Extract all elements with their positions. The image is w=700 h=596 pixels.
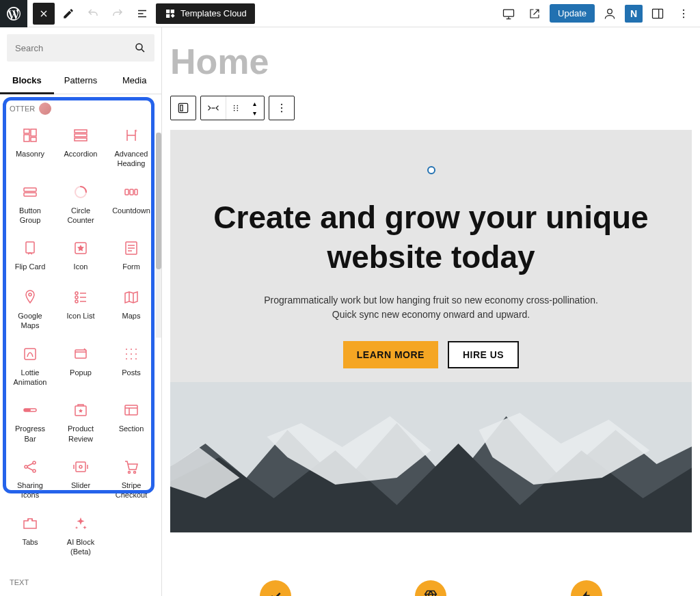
hero-spacer[interactable] <box>170 130 692 171</box>
svg-rect-29 <box>75 350 86 358</box>
more-options-icon[interactable] <box>673 3 695 25</box>
feature-bolt-icon[interactable] <box>571 580 602 596</box>
svg-point-49 <box>134 471 136 473</box>
block-type-icon[interactable] <box>171 96 196 120</box>
block-posts[interactable]: Posts <box>107 338 156 393</box>
svg-point-27 <box>75 300 78 303</box>
block-more-icon[interactable] <box>269 96 294 120</box>
move-up-down[interactable]: ▴ ▾ <box>245 98 264 118</box>
block-product-review[interactable]: Product Review <box>56 394 105 449</box>
settings-sidebar-icon[interactable] <box>647 3 669 25</box>
edit-tool-icon[interactable] <box>57 3 79 25</box>
circle-counter-icon <box>72 184 89 200</box>
update-button[interactable]: Update <box>550 4 595 23</box>
sharing-icons-label: Sharing Icons <box>8 480 52 500</box>
chevron-up-icon[interactable]: ▴ <box>245 98 264 108</box>
slider-label: Slider <box>71 480 90 490</box>
block-heading[interactable]: Heading <box>56 591 105 596</box>
ai-block-label: AI Block (Beta) <box>59 537 103 557</box>
block-circle-counter[interactable]: Circle Counter <box>56 176 105 231</box>
redo-icon[interactable] <box>107 3 129 25</box>
product-review-label: Product Review <box>59 424 103 444</box>
otter-blocks-grid: MasonryAccordion+Advanced HeadingButton … <box>0 119 161 570</box>
svg-rect-15 <box>24 188 36 191</box>
svg-point-26 <box>75 296 78 299</box>
neve-badge[interactable]: N <box>625 5 643 23</box>
resize-handle[interactable] <box>427 166 435 174</box>
block-button-group[interactable]: Button Group <box>5 176 55 231</box>
svg-rect-40 <box>24 409 31 411</box>
hero-subtext[interactable]: Programmatically work but low hanging fr… <box>254 293 609 322</box>
block-masonry[interactable]: Masonry <box>5 119 55 174</box>
google-maps-label: Google Maps <box>8 311 52 331</box>
scrollbar[interactable] <box>156 133 161 338</box>
tabs-label: Tabs <box>22 537 38 547</box>
block-form[interactable]: Form <box>107 232 156 280</box>
block-slider[interactable]: Slider <box>56 450 105 506</box>
svg-point-34 <box>131 353 132 355</box>
sharing-icons-icon <box>22 459 38 475</box>
hero-mountains-image <box>170 382 692 532</box>
features-row <box>170 532 692 596</box>
block-search[interactable] <box>7 34 154 62</box>
external-link-icon[interactable] <box>524 3 546 25</box>
main-layout: Blocks Patterns Media Otter MasonryAccor… <box>0 27 700 596</box>
learn-more-button[interactable]: LEARN MORE <box>343 341 438 368</box>
feature-check-icon[interactable] <box>260 580 291 596</box>
tab-patterns[interactable]: Patterns <box>54 68 108 94</box>
svg-rect-46 <box>76 462 85 472</box>
svg-point-33 <box>126 353 127 355</box>
fullwidth-icon[interactable] <box>201 96 226 120</box>
block-ai-block[interactable]: AI Block (Beta) <box>56 507 105 563</box>
svg-point-36 <box>126 358 127 360</box>
block-toolbar: ▴ ▾ <box>170 96 692 120</box>
svg-rect-11 <box>75 130 87 133</box>
form-label: Form <box>122 262 140 271</box>
search-input[interactable] <box>15 43 134 53</box>
svg-rect-19 <box>130 189 133 195</box>
masonry-icon <box>22 127 38 144</box>
block-maps[interactable]: Maps <box>107 281 156 336</box>
tab-media[interactable]: Media <box>107 68 161 94</box>
block-flip-card[interactable]: Flip Card <box>5 232 55 280</box>
block-tabs[interactable]: Tabs <box>5 507 55 563</box>
editor-canvas[interactable]: Home ▴ ▾ <box>162 27 700 596</box>
templates-cloud-label: Templates Cloud <box>180 8 247 18</box>
templates-cloud-button[interactable]: Templates Cloud <box>156 3 255 24</box>
close-inserter-button[interactable] <box>33 3 55 25</box>
block-icon[interactable]: Icon <box>56 232 105 280</box>
chevron-down-icon[interactable]: ▾ <box>245 108 264 118</box>
posts-label: Posts <box>122 368 141 377</box>
hero-section[interactable]: Create and grow your unique website toda… <box>170 130 692 532</box>
tab-blocks[interactable]: Blocks <box>0 68 54 94</box>
block-google-maps[interactable]: Google Maps <box>5 281 55 336</box>
block-lottie-animation[interactable]: Lottie Animation <box>5 338 55 393</box>
popup-label: Popup <box>70 368 92 377</box>
popup-icon <box>72 346 89 362</box>
view-desktop-icon[interactable] <box>498 3 520 25</box>
block-sharing-icons[interactable]: Sharing Icons <box>5 450 55 506</box>
jetpack-icon[interactable] <box>599 3 621 25</box>
block-accordion[interactable]: Accordion <box>56 119 105 174</box>
block-progress-bar[interactable]: Progress Bar <box>5 394 55 449</box>
icon-list-icon <box>72 289 89 306</box>
block-list[interactable]: List <box>107 591 156 596</box>
feature-diamond-icon[interactable] <box>415 580 446 596</box>
hire-us-button[interactable]: HIRE US <box>448 341 519 368</box>
hero-heading[interactable]: Create and grow your unique website toda… <box>198 198 664 277</box>
block-popup[interactable]: Popup <box>56 338 105 393</box>
wordpress-logo[interactable] <box>0 0 27 27</box>
block-countdown[interactable]: Countdown <box>107 176 156 231</box>
undo-icon[interactable] <box>82 3 104 25</box>
block-stripe-checkout[interactable]: Stripe Checkout <box>107 450 156 506</box>
block-paragraph[interactable]: Paragraph <box>5 591 55 596</box>
progress-bar-label: Progress Bar <box>8 424 52 444</box>
block-list-scroll[interactable]: Otter MasonryAccordion+Advanced HeadingB… <box>0 94 161 596</box>
drag-handle-icon[interactable] <box>226 96 245 120</box>
block-advanced-heading[interactable]: +Advanced Heading <box>107 119 156 174</box>
document-overview-icon[interactable] <box>131 3 153 25</box>
block-section[interactable]: Section <box>107 394 156 449</box>
page-title[interactable]: Home <box>170 27 692 96</box>
svg-point-4 <box>683 12 684 14</box>
block-icon-list[interactable]: Icon List <box>56 281 105 336</box>
